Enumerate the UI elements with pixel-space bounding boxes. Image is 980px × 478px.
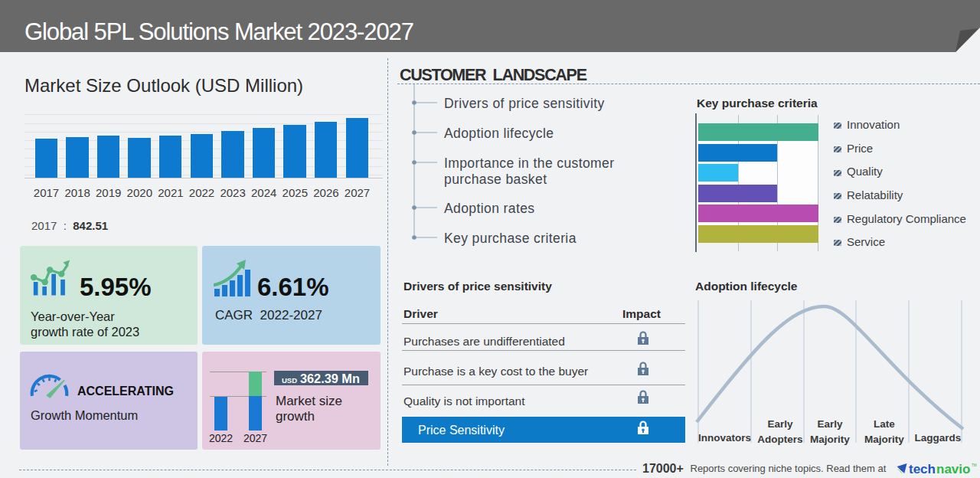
svg-text:TM: TM (972, 463, 977, 467)
svg-text:tech: tech (909, 462, 936, 476)
svg-text:navio: navio (936, 462, 970, 476)
